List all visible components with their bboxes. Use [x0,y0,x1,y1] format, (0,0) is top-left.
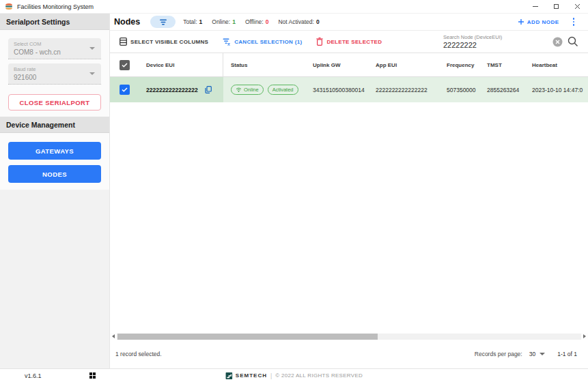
window-title: Facilities Monitoring System [17,3,94,10]
close-button[interactable] [567,0,588,13]
statusbar: v1.6.1 SEMTECH | © 2022 ALL RIGHTS RESER… [0,368,588,382]
chevron-down-icon [89,72,95,75]
table-row[interactable]: 2222222222222222 [110,77,588,102]
device-management-header: Device Management [0,117,109,133]
page-range: 1-1 of 1 [557,351,577,357]
clear-search-button[interactable] [552,37,563,47]
horizontal-scrollbar[interactable] [110,333,588,340]
close-serialport-button[interactable]: CLOSE SERIALPORT [8,94,101,111]
header-checkbox-cell [110,53,143,76]
wifi-icon [236,87,242,92]
scrollbar-thumb[interactable] [117,334,378,340]
add-node-label: ADD NODE [527,19,559,25]
column-app-eui[interactable]: App EUI [374,53,443,76]
scrollbar-track[interactable] [117,334,581,340]
heartbeat-cell: 2023-10-10 14:47:0 [531,77,588,102]
app-eui-cell: 2222222222222222 [374,77,443,102]
column-status[interactable]: Status [223,53,308,76]
apps-grid-icon[interactable] [89,372,96,379]
baud-rate-select[interactable]: Baud rate 921600 [8,63,101,85]
uplink-gw-cell: 3431510500380014 [308,77,374,102]
com-port-select[interactable]: Select COM COM8 - wch.cn [8,38,101,59]
maximize-button[interactable] [546,0,567,13]
com-port-label: Select COM [14,41,96,47]
column-uplink-gw[interactable]: Uplink GW [308,53,374,76]
delete-selected-button[interactable]: DELETE SELECTED [316,38,382,46]
sidebar-filler [0,190,109,368]
window-controls [524,0,588,13]
version-label: v1.6.1 [25,372,42,379]
table-empty-area [110,102,588,333]
filter-button[interactable] [150,16,176,28]
frequency-cell: 507350000 [443,77,486,102]
row-checkbox[interactable] [120,85,130,95]
device-management-panel: GATEWAYS NODES [0,133,109,190]
activated-badge: Activated [268,85,298,95]
nodes-button[interactable]: NODES [8,165,101,183]
records-per-page-chevron-icon[interactable] [540,353,545,355]
online-count-label: Online: [212,18,230,25]
tmst-cell: 2855263264 [486,77,531,102]
search-input[interactable]: Search Node (DeviceEUI) 22222222 [443,34,552,50]
online-count-value: 1 [232,18,236,25]
column-frequency[interactable]: Frequency [443,53,486,76]
arrow-left-icon [112,334,115,338]
app-logo-icon [5,3,13,10]
copyright-text: © 2022 ALL RIGHTS RESERVED [275,372,363,379]
com-port-value: COM8 - wch.cn [14,48,96,57]
filter-icon [159,19,167,25]
activated-badge-label: Activated [272,87,294,93]
minimize-icon [533,6,538,7]
select-all-checkbox[interactable] [120,60,130,70]
column-heartbeat[interactable]: Heartbeat [531,53,588,76]
offline-count-label: Offline: [245,18,264,25]
main-content: Nodes Total: 1 Online: 1 [110,14,588,368]
toolbar: SELECT VISIBLE COLUMNS CANCEL SELECTION … [110,31,588,53]
select-visible-columns-button[interactable]: SELECT VISIBLE COLUMNS [120,38,208,46]
not-activated-count: Not Activated: 0 [278,18,319,25]
device-eui-cell: 2222222222222222 [143,77,223,102]
check-icon [122,87,128,92]
table-footer: 1 record selected. Records per page: 30 … [110,340,588,368]
column-device-eui[interactable]: Device EUI [143,53,223,76]
total-count-value: 1 [199,18,203,25]
cancel-selection-button[interactable]: CANCEL SELECTION (1) [223,38,302,46]
node-counts: Total: 1 Online: 1 Offline: 0 Not Activa… [183,18,319,25]
selection-status: 1 record selected. [115,351,162,357]
main-header: Nodes Total: 1 Online: 1 [110,14,588,31]
serialport-settings-header: Serialport Settings [0,14,109,30]
chevron-down-icon [89,47,95,50]
search-node-field: Search Node (DeviceEUI) 22222222 [443,34,578,50]
more-options-button[interactable] [570,16,578,27]
baud-rate-label: Baud rate [14,66,96,72]
cancel-filter-icon [223,38,231,46]
offline-count: Offline: 0 [245,18,269,25]
pagination: Records per page: 30 1-1 of 1 [475,351,577,357]
total-count-label: Total: [183,18,197,25]
app-window: Facilities Monitoring System Serialport … [0,0,588,382]
brand-footer: SEMTECH | © 2022 ALL RIGHTS RESERVED [225,372,363,379]
trash-icon [316,38,323,46]
gateways-button[interactable]: GATEWAYS [8,142,101,160]
add-node-button[interactable]: ADD NODE [518,18,559,25]
scroll-left-button[interactable] [110,334,117,338]
scroll-right-button[interactable] [581,334,588,338]
row-checkbox-cell [110,77,143,102]
not-activated-count-label: Not Activated: [278,18,313,25]
records-per-page-label: Records per page: [475,351,522,357]
column-tmst[interactable]: TMST [486,53,531,76]
brand-separator: | [270,372,272,379]
columns-icon [120,38,127,46]
delete-selected-label: DELETE SELECTED [326,39,382,45]
status-cell: Online Activated [223,77,308,102]
minimize-button[interactable] [524,0,546,13]
check-icon [122,63,128,68]
table-header: Device EUI Status Uplink GW App EUI Freq… [110,53,588,77]
brand-name: SEMTECH [236,372,267,379]
copy-device-eui-button[interactable] [205,86,212,93]
clear-circle-icon [552,37,563,47]
search-button[interactable] [568,36,578,47]
device-eui-value: 2222222222222222 [146,87,198,93]
copy-icon [205,86,212,93]
records-per-page-value[interactable]: 30 [529,351,535,357]
